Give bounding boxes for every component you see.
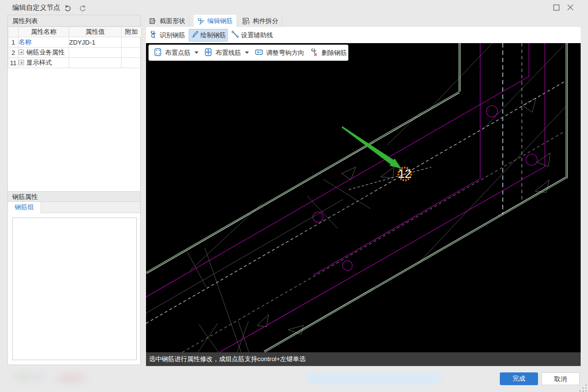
- prop-extra-cell[interactable]: [122, 58, 142, 68]
- tool-identify-rebar[interactable]: 识别钢筋: [148, 29, 187, 42]
- rebar-point-label: 12: [398, 167, 412, 180]
- resize-grip[interactable]: [580, 385, 587, 392]
- table-row: 2 钢筋业务属性: [8, 48, 142, 58]
- tab-component-split[interactable]: ? 构件拆分: [239, 15, 282, 27]
- table-row: 11 显示样式: [8, 58, 142, 68]
- prop-name-cell[interactable]: 钢筋业务属性: [19, 48, 69, 58]
- property-table: 属性名称 属性值 附加 1 名称 ZDYJD-1 2 钢筋业务属性 11 显示样…: [8, 26, 142, 68]
- prop-name-cell[interactable]: 名称: [19, 37, 69, 48]
- prop-extra-cell[interactable]: [122, 48, 142, 58]
- tool-place-line-rebar[interactable]: 布置线筋: [201, 47, 244, 59]
- identify-rebar-icon: [150, 30, 158, 40]
- place-line-rebar-dropdown[interactable]: [245, 51, 249, 54]
- property-table-header-row: 属性名称 属性值 附加: [8, 27, 142, 37]
- cancel-button[interactable]: 取消: [541, 372, 580, 385]
- prop-value-cell[interactable]: ZDYJD-1: [69, 37, 122, 48]
- rebar-tab-strip: 钢筋组: [8, 202, 140, 213]
- done-button[interactable]: 完成: [500, 372, 538, 385]
- taskbar-smudge: [33, 372, 46, 382]
- section-shape-icon: [149, 18, 156, 24]
- property-panel: 属性列表 属性名称 属性值 附加 1 名称 ZDYJD-1 2 钢筋业务属性 1…: [7, 15, 141, 365]
- tool-place-point-rebar[interactable]: 布置点筋: [151, 47, 194, 59]
- background-tooltip-blur: [306, 373, 441, 384]
- delete-rebar-icon: [310, 48, 318, 58]
- rebar-group-list[interactable]: [12, 218, 137, 360]
- col-property-name: 属性名称: [19, 27, 69, 37]
- set-auxiliary-line-icon: [231, 30, 239, 40]
- tab-edit-rebar[interactable]: 编辑钢筋: [194, 15, 236, 27]
- col-extra: 附加: [122, 27, 142, 37]
- draw-rebar-icon: [191, 30, 198, 40]
- tool-adjust-hook-direction[interactable]: 调整弯钩方向: [252, 47, 307, 59]
- maximize-button[interactable]: [551, 2, 562, 13]
- window-title: 编辑自定义节点: [12, 3, 60, 12]
- taskbar-smudge: [14, 371, 33, 382]
- annotation-arrow: [342, 126, 401, 169]
- col-property-value: 属性值: [69, 27, 122, 37]
- tool-draw-rebar[interactable]: 绘制钢筋: [189, 29, 228, 42]
- prop-extra-cell[interactable]: [122, 37, 142, 48]
- tab-section-shape[interactable]: 截面形状: [146, 15, 189, 27]
- prop-value-cell[interactable]: [69, 58, 122, 68]
- redo-icon[interactable]: [77, 2, 88, 13]
- expand-icon[interactable]: [19, 49, 24, 55]
- rebar-props-header: 钢筋属性: [8, 191, 140, 202]
- node-drawing: 12: [146, 43, 581, 352]
- property-list-header: 属性列表: [8, 15, 140, 26]
- place-point-rebar-dropdown[interactable]: [195, 51, 198, 54]
- undo-icon[interactable]: [62, 2, 73, 13]
- edit-rebar-icon: [197, 18, 204, 24]
- component-split-icon: ?: [243, 18, 249, 24]
- status-bar: 选中钢筋进行属性修改，成组点筋支持control+左键单选: [146, 352, 581, 366]
- title-bar: 编辑自定义节点: [0, 0, 588, 15]
- prop-name-cell[interactable]: 显示样式: [19, 58, 69, 68]
- main-tab-strip: 截面形状 编辑钢筋 ? 构件拆分: [146, 15, 581, 27]
- place-line-rebar-icon: [204, 48, 213, 58]
- cad-canvas[interactable]: 12 布置点筋 布置线筋 调整弯钩方向 删除钢筋: [146, 43, 581, 352]
- taskbar-smudge: [56, 373, 86, 383]
- tab-rebar-group[interactable]: 钢筋组: [8, 202, 41, 213]
- svg-text:?: ?: [247, 20, 250, 24]
- adjust-hook-direction-icon: [255, 48, 263, 58]
- place-point-rebar-icon: [154, 48, 162, 58]
- prop-value-cell[interactable]: [69, 48, 122, 58]
- tool-set-auxiliary-line[interactable]: 设置辅助线: [229, 29, 275, 42]
- close-button[interactable]: [565, 2, 576, 13]
- expand-icon[interactable]: [19, 60, 24, 65]
- floating-toolbar: 布置点筋 布置线筋 调整弯钩方向 删除钢筋: [148, 45, 348, 61]
- tool-delete-rebar[interactable]: 删除钢筋: [307, 47, 350, 59]
- table-row: 1 名称 ZDYJD-1: [8, 37, 142, 48]
- edit-toolbar: 识别钢筋 绘制钢筋 设置辅助线: [146, 27, 581, 43]
